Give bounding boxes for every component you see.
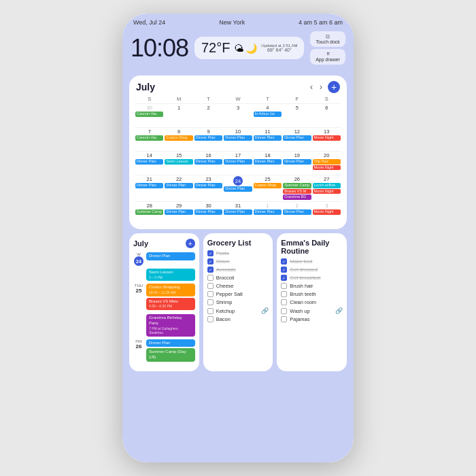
grocery-item: Broccoli bbox=[207, 275, 269, 281]
july-day-group: Thu 25 Costco Shopping 10:00 – 11:30 AM … bbox=[133, 284, 195, 311]
cal-cell: 30Dinner Plan bbox=[194, 202, 223, 225]
cal-event: Cancún Vac. bbox=[135, 112, 163, 117]
cal-cell: 15Swim Lesson bbox=[164, 152, 193, 175]
routine-checkbox[interactable] bbox=[281, 267, 287, 273]
app-drawer-label: App drawer bbox=[316, 57, 340, 62]
grocery-item: Pepper Salt bbox=[207, 291, 269, 297]
routine-checkbox[interactable] bbox=[281, 258, 287, 265]
grocery-checkbox[interactable] bbox=[207, 258, 214, 265]
grocery-ext-icon[interactable]: 🔗 bbox=[261, 307, 269, 314]
weather-icons: 🌤 🌙 bbox=[234, 43, 257, 54]
cal-month-title: July bbox=[136, 82, 155, 92]
cal-cell: 31Dinner Plan bbox=[223, 202, 252, 225]
cal-event: Swim Lesson bbox=[165, 159, 192, 165]
cal-cell: 2 bbox=[194, 104, 223, 127]
cal-cell: 26Summer CampBraves VS MGrandma BD bbox=[282, 175, 311, 201]
routine-checkbox[interactable] bbox=[281, 316, 287, 322]
cal-event: Cancún Vac. bbox=[135, 135, 163, 141]
cal-event: Dinner Plan bbox=[254, 159, 282, 165]
july-day-label: Thu 25 Costco Shopping 10:00 – 11:30 AM … bbox=[133, 284, 195, 311]
cal-event: Dinner Plan bbox=[224, 135, 252, 141]
cal-week-1: 30Cancún Vac. 1 2 3 4In Arbus 1st 5 6 bbox=[135, 103, 341, 127]
grocery-item: Cheese bbox=[207, 283, 269, 289]
grocery-item: Onion bbox=[207, 258, 269, 265]
july-event-time: 4:30 – 6:30 PM bbox=[149, 304, 192, 309]
cal-cell: 19Dinner Plan bbox=[282, 152, 311, 175]
weather-widget[interactable]: 72°F 🌤 🌙 Updated at 2:51 AM 68° 64° 40° bbox=[194, 37, 305, 59]
cal-cell: 28Summer Camp bbox=[135, 202, 164, 225]
july-event-time: 10:00 – 11:30 AM bbox=[149, 290, 192, 295]
grocery-label: Bacon bbox=[216, 316, 231, 322]
routine-item: Wash up 🔗 bbox=[281, 307, 343, 314]
cal-next-btn[interactable]: › bbox=[318, 82, 324, 92]
cal-event: Summer Camp bbox=[283, 183, 311, 188]
cal-cell: 22Dinner Plan bbox=[164, 175, 193, 201]
weather-temp: 72°F bbox=[201, 40, 230, 56]
routine-label: Brush teeth bbox=[290, 291, 316, 297]
july-add-btn[interactable]: + bbox=[186, 239, 195, 248]
cal-cell: 18Dinner Plan bbox=[253, 152, 282, 175]
cal-event: Trip Tour bbox=[313, 159, 341, 165]
app-drawer-btn[interactable]: ⠿ App drawer bbox=[310, 49, 345, 65]
grocery-checkbox[interactable] bbox=[207, 283, 214, 289]
cal-cell: 24Dinner Plan bbox=[223, 175, 252, 201]
grocery-checkbox[interactable] bbox=[207, 291, 214, 297]
cal-days-header: S M T W T F S bbox=[135, 96, 341, 102]
grocery-checkbox[interactable] bbox=[207, 250, 214, 256]
routine-title: Emma's Daily Routine bbox=[281, 239, 343, 255]
routine-label: Wash up bbox=[290, 308, 309, 314]
cal-event: Dinner Plan bbox=[135, 159, 163, 165]
july-day-label: Fri 26 Dinner Plan Summer Camp (Day 1/8) bbox=[133, 339, 195, 363]
grocery-checkbox[interactable] bbox=[207, 267, 214, 273]
routine-checkbox[interactable] bbox=[281, 299, 287, 305]
july-event: Swim Lesson 3 – 5 PM bbox=[146, 269, 195, 281]
clock-weather-row: 10:08 72°F 🌤 🌙 Updated at 2:51 AM 68° 64… bbox=[131, 31, 345, 65]
cal-cell: 3 bbox=[223, 104, 252, 127]
july-event-time: 3 – 5 PM bbox=[149, 275, 192, 280]
cal-prev-btn[interactable]: ‹ bbox=[309, 82, 314, 92]
cal-cell: 8Costco Shop bbox=[164, 128, 193, 151]
july-event: Dinner Plan bbox=[146, 339, 195, 347]
cal-cell: 13Movie Night bbox=[312, 128, 341, 151]
cal-cell: 9Dinner Plan bbox=[194, 128, 223, 151]
routine-checkbox[interactable] bbox=[281, 283, 287, 289]
weather-range: 68° 64° 40° bbox=[261, 48, 297, 52]
cal-cell: 14Dinner Plan bbox=[135, 152, 164, 175]
cal-cell: 7Cancún Vac. bbox=[135, 128, 164, 151]
grocery-checkbox[interactable] bbox=[207, 299, 214, 305]
routine-checkbox[interactable] bbox=[281, 275, 287, 281]
cal-week-2: 7Cancún Vac. 8Costco Shop 9Dinner Plan 1… bbox=[135, 127, 341, 151]
cal-event: Movie Night bbox=[313, 189, 341, 194]
cal-grid: S M T W T F S 30Cancún Vac. 1 2 3 4In Ar… bbox=[135, 96, 341, 225]
date-label: Wed, Jul 24 bbox=[133, 19, 165, 26]
day-badge: Thu 25 bbox=[133, 284, 144, 294]
routine-ext-icon[interactable]: 🔗 bbox=[335, 307, 343, 314]
clock-display: 10:08 bbox=[131, 34, 188, 63]
grocery-item: Pasta bbox=[207, 250, 269, 256]
cal-event: Movie Night bbox=[313, 209, 341, 215]
cal-add-event-btn[interactable]: + bbox=[328, 81, 340, 93]
cal-event: Dinner Plan bbox=[194, 183, 222, 188]
routine-checkbox[interactable] bbox=[281, 291, 287, 297]
grocery-checkbox[interactable] bbox=[207, 308, 214, 314]
touch-dock-btn[interactable]: ⊡ Touch dock bbox=[310, 31, 345, 47]
cal-cell: 5 bbox=[282, 104, 311, 127]
routine-label: Brush hair bbox=[290, 283, 313, 289]
clock-time: 10:08 bbox=[131, 34, 188, 63]
cal-event: Dinner Plan bbox=[224, 159, 252, 165]
routine-item: Get breakfast bbox=[281, 275, 343, 281]
routine-widget: Emma's Daily Routine Make bed Get dresse… bbox=[277, 233, 347, 371]
cal-week-3: 14Dinner Plan 15Swim Lesson 16Dinner Pla… bbox=[135, 151, 341, 175]
cal-week-5: 28Summer Camp 29Dinner Plan 30Dinner Pla… bbox=[135, 201, 341, 225]
grocery-label: Pasta bbox=[216, 250, 229, 256]
routine-checkbox[interactable] bbox=[281, 308, 287, 314]
grocery-checkbox[interactable] bbox=[207, 316, 214, 322]
july-event: Summer Camp (Day 1/8) bbox=[146, 348, 195, 362]
cal-event: In Arbus 1st bbox=[254, 112, 282, 117]
cal-event: Dinner Plan bbox=[224, 186, 252, 192]
top-widgets: 10:08 72°F 🌤 🌙 Updated at 2:51 AM 68° 64… bbox=[122, 29, 354, 73]
grocery-checkbox[interactable] bbox=[207, 275, 214, 281]
cal-event: Movie Night bbox=[313, 135, 341, 141]
july-widget-title: July bbox=[133, 239, 148, 248]
top-right-icons: ⊡ Touch dock ⠿ App drawer bbox=[310, 31, 345, 65]
